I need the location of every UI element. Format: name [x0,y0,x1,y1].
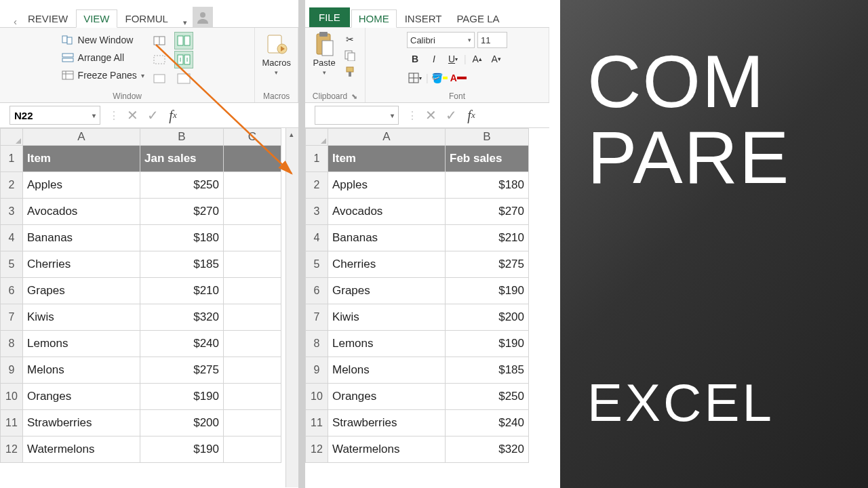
cell-item[interactable]: Strawberries [23,410,140,436]
fx-icon[interactable]: fx [461,106,481,124]
column-header[interactable]: A [328,129,446,146]
new-window-button[interactable]: New Window [62,32,144,48]
worksheet-left[interactable]: ▴ ABC1ItemJan sales2Apples$2503Avocados$… [0,128,298,487]
cancel-icon[interactable]: ✕ [122,106,142,124]
header-cell-item[interactable]: Item [23,146,140,172]
underline-button[interactable]: U ▾ [445,52,461,66]
cell[interactable] [224,251,281,278]
fx-icon[interactable]: fx [163,106,183,124]
view-side-by-side-button[interactable] [174,32,193,49]
row-header[interactable]: 4 [306,225,328,251]
header-cell-sales[interactable]: Jan sales [140,146,224,172]
header-cell-sales[interactable]: Feb sales [446,146,529,172]
cell-sales[interactable]: $180 [140,225,224,251]
row-header[interactable]: 3 [1,199,23,225]
tab-overflow-left-icon[interactable]: ‹ [14,16,17,27]
cell[interactable] [224,384,281,410]
worksheet-right[interactable]: AB1ItemFeb sales2Apples$1803Avocados$270… [305,128,549,463]
tab-formulas[interactable]: FORMUL [119,10,175,27]
synchronous-scrolling-button[interactable] [174,51,193,68]
cell-item[interactable]: Melons [23,357,140,384]
tab-review[interactable]: REVIEW [21,10,75,27]
column-header[interactable]: B [140,129,224,146]
cell-sales[interactable]: $180 [446,172,529,199]
increase-font-button[interactable]: A▴ [469,52,486,66]
tab-view[interactable]: VIEW [76,9,117,28]
unhide-button[interactable] [150,70,169,87]
row-header[interactable]: 11 [306,410,328,436]
copy-button[interactable] [342,48,358,63]
cell[interactable] [224,410,281,436]
hide-button[interactable] [150,51,169,68]
row-header[interactable]: 3 [306,199,328,225]
cell-sales[interactable]: $320 [446,436,529,463]
cell-sales[interactable]: $185 [446,357,529,384]
cell-sales[interactable]: $240 [140,331,224,357]
header-cell-item[interactable]: Item [328,146,446,172]
row-header[interactable]: 11 [1,410,23,436]
column-header[interactable]: A [23,129,140,146]
cell-sales[interactable]: $270 [446,199,529,225]
tab-home[interactable]: HOME [351,9,397,28]
cell-item[interactable]: Grapes [23,278,140,304]
cell-sales[interactable]: $275 [140,357,224,384]
row-header[interactable]: 2 [1,172,23,199]
tab-page-layout[interactable]: PAGE LA [450,10,506,27]
vertical-scrollbar[interactable]: ▴ [285,128,298,487]
cut-button[interactable]: ✂ [342,32,358,47]
cell[interactable] [224,199,281,225]
decrease-font-button[interactable]: A▾ [488,52,505,66]
enter-icon[interactable]: ✓ [441,106,461,124]
cell-item[interactable]: Bananas [23,225,140,251]
dialog-launcher-icon[interactable]: ⬊ [351,92,357,100]
cell-sales[interactable]: $210 [446,225,529,251]
cell-sales[interactable]: $240 [446,410,529,436]
cell-item[interactable]: Kiwis [23,304,140,331]
row-header[interactable]: 4 [1,225,23,251]
cell-item[interactable]: Lemons [23,331,140,357]
cell[interactable] [224,357,281,384]
cell-item[interactable]: Watermelons [328,436,446,463]
cell-sales[interactable]: $270 [140,199,224,225]
column-header[interactable]: C [224,129,281,146]
cell-item[interactable]: Oranges [328,384,446,410]
row-header[interactable]: 12 [1,436,23,463]
italic-button[interactable]: I [426,52,442,66]
cell-item[interactable]: Watermelons [23,436,140,463]
row-header[interactable]: 7 [306,304,328,331]
select-all-button[interactable] [306,129,328,146]
cell-sales[interactable]: $250 [446,384,529,410]
row-header[interactable]: 6 [1,278,23,304]
reset-window-position-button[interactable] [174,70,193,87]
row-header[interactable]: 2 [306,172,328,199]
cell-sales[interactable]: $190 [446,278,529,304]
ribbon-collapse-icon[interactable]: ▾ [183,18,187,27]
macros-button[interactable]: Macros ▾ [262,32,291,76]
borders-button[interactable]: ▾ [407,70,423,85]
cell[interactable] [224,304,281,331]
cell-sales[interactable]: $200 [140,410,224,436]
cell-item[interactable]: Avocados [23,199,140,225]
split-button[interactable] [150,32,169,49]
scroll-up-icon[interactable]: ▴ [286,128,297,140]
user-avatar-icon[interactable] [193,7,213,27]
bold-button[interactable]: B [407,52,423,66]
row-header[interactable]: 1 [306,146,328,172]
enter-icon[interactable]: ✓ [142,106,163,124]
row-header[interactable]: 10 [306,384,328,410]
row-header[interactable]: 5 [1,251,23,278]
row-header[interactable]: 8 [1,331,23,357]
cell-sales[interactable]: $200 [446,304,529,331]
row-header[interactable]: 6 [306,278,328,304]
row-header[interactable]: 8 [306,331,328,357]
row-header[interactable]: 5 [306,251,328,278]
cell-item[interactable]: Cherries [328,251,446,278]
tab-insert[interactable]: INSERT [398,10,449,27]
font-size-select[interactable]: 11 [477,32,507,48]
cell-sales[interactable]: $320 [140,304,224,331]
cell[interactable] [224,278,281,304]
cancel-icon[interactable]: ✕ [420,106,441,124]
cell-sales[interactable]: $210 [140,278,224,304]
cell-item[interactable]: Melons [328,357,446,384]
cell-sales[interactable]: $190 [140,436,224,463]
